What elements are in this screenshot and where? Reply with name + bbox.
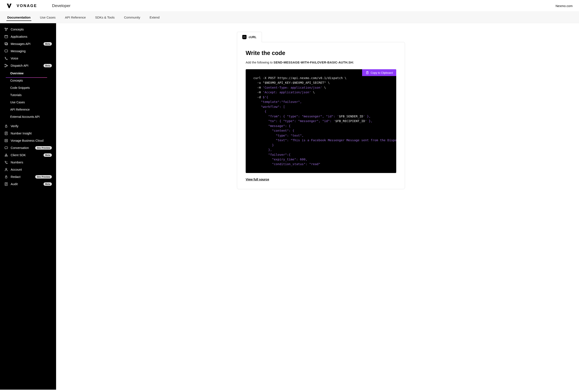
sidebar: Concepts Applications Messages API Beta … xyxy=(0,23,56,390)
sidebar-item-dispatch-api[interactable]: Dispatch API Beta xyxy=(0,62,56,69)
code-panel: Write the code Add the following to SEND… xyxy=(237,42,405,189)
svg-rect-20 xyxy=(366,72,368,74)
sidebar-sub-external-accounts[interactable]: External Accounts API xyxy=(0,113,56,120)
nav-sdks-tools[interactable]: SDKs & Tools xyxy=(94,12,115,23)
copy-label: Copy to Clipboard xyxy=(371,71,393,74)
top-nav: Documentation Use Cases API Reference SD… xyxy=(0,12,579,23)
sidebar-item-label: Vonage Business Cloud xyxy=(11,139,52,142)
code-tab-row: </> cURL xyxy=(237,32,405,42)
svg-rect-6 xyxy=(5,50,8,52)
view-full-source-link[interactable]: View full source xyxy=(246,178,269,181)
nexmo-link[interactable]: Nexmo.com xyxy=(556,4,573,8)
concepts-icon xyxy=(4,27,8,31)
nav-documentation[interactable]: Documentation xyxy=(6,12,31,23)
sidebar-item-messaging[interactable]: Messaging xyxy=(0,48,56,55)
instruction-text: Add the following to SEND-MESSAGE-WITH-F… xyxy=(246,61,396,64)
sidebar-item-verify[interactable]: Verify xyxy=(0,122,56,130)
messages-api-icon xyxy=(4,42,8,46)
sidebar-item-account[interactable]: Account xyxy=(0,166,56,173)
dev-preview-badge: Dev Preview xyxy=(35,175,52,178)
nav-extend[interactable]: Extend xyxy=(149,12,160,23)
code-tab-curl[interactable]: </> cURL xyxy=(237,32,262,42)
svg-point-14 xyxy=(6,154,7,155)
dev-preview-badge: Dev Preview xyxy=(35,146,52,150)
sidebar-item-label: Client SDK xyxy=(11,153,40,157)
main-content: </> cURL Write the code Add the followin… xyxy=(56,23,579,390)
sidebar-item-client-sdk[interactable]: Client SDK Beta xyxy=(0,152,56,159)
vonage-logo-icon xyxy=(6,3,12,8)
sidebar-sub-tutorials[interactable]: Tutorials xyxy=(0,91,56,99)
sidebar-item-label: Dispatch API xyxy=(11,64,40,67)
applications-icon xyxy=(4,35,8,39)
svg-point-0 xyxy=(5,28,5,29)
sidebar-item-concepts[interactable]: Concepts xyxy=(0,26,56,33)
sidebar-sub-overview[interactable]: Overview xyxy=(0,70,56,77)
svg-rect-13 xyxy=(5,147,8,149)
nav-use-cases[interactable]: Use Cases xyxy=(39,12,56,23)
sidebar-item-audit[interactable]: Audit Beta xyxy=(0,180,56,188)
svg-rect-10 xyxy=(5,126,7,127)
sidebar-item-label: Verify xyxy=(11,124,52,128)
top-header: VONAGE Developer Nexmo.com xyxy=(0,0,579,12)
sidebar-item-label: Conversation xyxy=(11,146,31,150)
nav-community[interactable]: Community xyxy=(123,12,141,23)
sidebar-item-label: Messaging xyxy=(11,50,52,53)
voice-icon xyxy=(4,56,8,60)
filename: SEND-MESSAGE-WITH-FAILOVER-BASIC-AUTH.SH… xyxy=(274,61,354,64)
copy-to-clipboard-button[interactable]: Copy to Clipboard xyxy=(362,69,396,76)
sidebar-item-label: Number Insight xyxy=(11,132,52,135)
sidebar-item-label: Audit xyxy=(11,182,40,186)
svg-point-7 xyxy=(5,64,5,65)
panel-heading: Write the code xyxy=(246,50,396,56)
logo-group[interactable]: VONAGE xyxy=(6,3,37,8)
code-block: Copy to Clipboard curl -X POST https://a… xyxy=(246,69,396,173)
audit-icon xyxy=(4,182,8,186)
nav-api-reference[interactable]: API Reference xyxy=(64,12,87,23)
clipboard-icon xyxy=(365,71,369,74)
svg-point-9 xyxy=(7,65,8,66)
svg-rect-18 xyxy=(5,177,7,178)
sidebar-item-label: Voice xyxy=(11,57,52,60)
curl-shield-icon: </> xyxy=(242,35,247,39)
sidebar-item-messages-api[interactable]: Messages API Beta xyxy=(0,40,56,48)
sidebar-item-vonage-business-cloud[interactable]: Vonage Business Cloud xyxy=(0,137,56,144)
svg-point-2 xyxy=(5,30,6,31)
code-tab-label: cURL xyxy=(249,35,257,39)
dispatch-api-icon xyxy=(4,64,8,67)
vbc-icon xyxy=(4,139,8,143)
sidebar-item-conversation[interactable]: Conversation Dev Preview xyxy=(0,144,56,152)
sidebar-subgroup: Overview Concepts Code Snippets Tutorial… xyxy=(0,69,56,122)
sidebar-item-label: Numbers xyxy=(11,161,52,164)
brand-name: VONAGE xyxy=(17,4,37,8)
svg-point-15 xyxy=(5,156,6,156)
numbers-icon xyxy=(4,161,8,164)
number-insight-icon xyxy=(4,131,8,135)
sidebar-item-voice[interactable]: Voice xyxy=(0,55,56,62)
sidebar-item-redact[interactable]: Redact Dev Preview xyxy=(0,173,56,180)
redact-icon xyxy=(4,175,8,179)
svg-rect-3 xyxy=(5,35,8,38)
messaging-icon xyxy=(4,49,8,53)
sidebar-sub-concepts[interactable]: Concepts xyxy=(0,77,56,84)
svg-rect-4 xyxy=(5,43,7,45)
beta-badge: Beta xyxy=(44,42,52,46)
client-sdk-icon xyxy=(4,153,8,157)
beta-badge: Beta xyxy=(44,64,52,67)
sidebar-item-label: Account xyxy=(11,168,52,171)
sidebar-item-number-insight[interactable]: Number Insight xyxy=(0,130,56,137)
sidebar-item-label: Messages API xyxy=(11,42,40,46)
sidebar-item-label: Concepts xyxy=(11,28,52,31)
sidebar-item-numbers[interactable]: Numbers xyxy=(0,159,56,166)
svg-point-16 xyxy=(7,156,7,156)
conversation-icon xyxy=(4,146,8,150)
sidebar-sub-code-snippets[interactable]: Code Snippets xyxy=(0,84,56,91)
sidebar-sub-use-cases[interactable]: Use Cases xyxy=(0,99,56,106)
sidebar-item-applications[interactable]: Applications xyxy=(0,33,56,40)
account-icon xyxy=(4,168,8,171)
sidebar-item-label: Redact xyxy=(11,175,31,178)
svg-point-17 xyxy=(5,168,7,169)
sidebar-sub-api-reference[interactable]: API Reference xyxy=(0,106,56,113)
code-text: curl -X POST https://api.nexmo.com/v0.1/… xyxy=(253,76,389,167)
verify-icon xyxy=(4,124,8,128)
sidebar-item-label: Applications xyxy=(11,35,52,38)
